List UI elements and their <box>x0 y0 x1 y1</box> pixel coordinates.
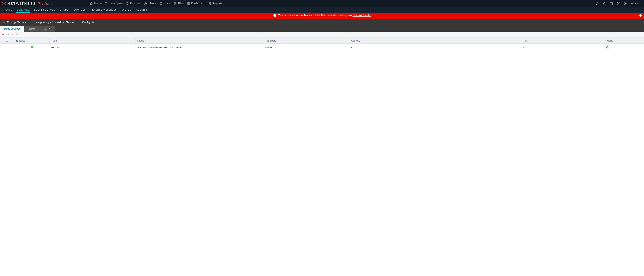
nav-files[interactable]: Files <box>174 2 184 6</box>
svg-rect-22 <box>189 2 190 3</box>
nav-dashboard-label: Dashboard <box>191 2 205 5</box>
svg-rect-21 <box>187 2 188 3</box>
nav-files-label: Files <box>178 2 184 5</box>
svg-rect-40 <box>275 15 275 16</box>
admin-tools-icon[interactable] <box>616 2 620 5</box>
row-checkbox[interactable] <box>6 46 8 48</box>
help-icon[interactable] <box>624 2 627 5</box>
subnav-services[interactable]: SERVICES <box>14 7 32 13</box>
brand-logo: NETWITNESS Platform <box>2 2 53 6</box>
subnav-health[interactable]: HEALTH & WELLNESS <box>88 7 119 13</box>
reports-icon <box>208 2 211 5</box>
data-sources-table: Enabled Type Name Transport Address Port… <box>0 38 644 51</box>
page-selector[interactable]: Config <box>82 21 94 24</box>
nav-users[interactable]: Users <box>144 2 156 6</box>
nav-home[interactable]: Home <box>90 2 102 6</box>
add-button[interactable] <box>2 33 4 36</box>
page-selector-label: Config <box>82 21 90 24</box>
minus-icon <box>11 33 14 36</box>
svg-rect-24 <box>187 4 188 5</box>
license-details-link[interactable]: License Details <box>352 14 371 17</box>
svg-point-36 <box>619 2 619 3</box>
svg-point-52 <box>4 23 5 23</box>
svg-point-59 <box>606 47 607 48</box>
select-all-checkbox[interactable] <box>6 39 8 42</box>
nav-reports[interactable]: Reports <box>208 2 222 6</box>
col-address[interactable]: Address <box>349 38 521 44</box>
chevron-circle-down-icon <box>7 34 9 36</box>
home-icon <box>90 2 93 5</box>
svg-point-8 <box>5 4 5 5</box>
notifications-icon[interactable] <box>602 2 606 5</box>
svg-rect-31 <box>610 3 613 5</box>
nav-dashboard[interactable]: Dashboard <box>187 2 205 6</box>
svg-rect-23 <box>189 3 190 5</box>
hosts-icon <box>159 2 162 5</box>
nav-investigate[interactable]: Investigate <box>105 2 122 6</box>
subnav-system[interactable]: SYSTEM <box>119 7 134 13</box>
cell-transport: AMQP <box>263 44 349 51</box>
svg-text:?: ? <box>640 14 641 16</box>
edit-button[interactable] <box>16 33 19 36</box>
col-enabled[interactable]: Enabled <box>14 38 50 44</box>
admin-subnav: HOSTS SERVICES EVENT SOURCES ENDPOINT SO… <box>0 7 644 13</box>
add-dropdown[interactable] <box>7 34 9 36</box>
chevron-down-icon <box>639 3 641 5</box>
col-type[interactable]: Type <box>50 38 136 44</box>
svg-point-5 <box>2 2 3 3</box>
alert-icon <box>273 14 276 17</box>
primary-nav: Home Investigate Respond Users Hosts Fil… <box>90 2 222 6</box>
nav-hosts[interactable]: Hosts <box>159 2 171 6</box>
col-transport[interactable]: Transport <box>263 38 349 44</box>
cell-type: Respond <box>50 44 136 51</box>
alert-help-icon[interactable]: ? <box>639 14 642 17</box>
svg-point-11 <box>145 3 146 4</box>
breadcrumb-separator: | <box>32 21 32 24</box>
jobs-icon[interactable] <box>595 2 599 5</box>
service-tree-icon <box>2 21 5 24</box>
investigate-icon <box>105 2 108 5</box>
select-all-header[interactable] <box>0 38 14 44</box>
svg-point-44 <box>4 21 4 22</box>
subnav-hosts[interactable]: HOSTS <box>1 7 14 13</box>
calendar-icon[interactable] <box>610 2 613 5</box>
svg-point-7 <box>2 4 3 5</box>
brand-name: NETWITNESS <box>8 2 36 6</box>
row-actions-button[interactable] <box>604 45 609 49</box>
grid-toolbar <box>0 32 644 38</box>
tab-data-sources[interactable]: Data Sources <box>0 26 24 32</box>
top-bar: NETWITNESS Platform Home Investigate Res… <box>0 0 644 7</box>
files-icon <box>174 2 177 5</box>
subnav-security[interactable]: SECURITY <box>134 7 151 13</box>
change-service-button[interactable]: Change Service <box>1 21 28 24</box>
breadcrumb-separator: | <box>78 21 78 24</box>
col-port[interactable]: Port <box>521 38 603 44</box>
cell-port: - <box>521 44 603 51</box>
license-alert: One or more licenses have expired. For m… <box>0 13 644 19</box>
svg-point-16 <box>160 4 160 4</box>
svg-point-53 <box>92 22 94 23</box>
header-right: admin <box>595 2 643 5</box>
remove-button[interactable] <box>11 33 14 36</box>
enabled-status-dot <box>31 46 33 48</box>
users-icon <box>144 2 148 5</box>
nav-home-label: Home <box>94 2 102 5</box>
table-row[interactable]: Respond Stardust-AdminServer - Respond S… <box>0 44 644 51</box>
gear-icon <box>606 46 608 49</box>
user-name: admin <box>630 2 638 5</box>
svg-point-15 <box>160 3 160 3</box>
svg-point-50 <box>3 23 3 23</box>
user-menu[interactable]: admin <box>630 2 641 5</box>
plus-icon <box>2 33 4 36</box>
col-name[interactable]: Name <box>136 38 263 44</box>
tab-stix[interactable]: STIX <box>40 26 55 32</box>
tab-lists[interactable]: Lists <box>24 26 40 32</box>
nav-hosts-label: Hosts <box>164 2 171 5</box>
subnav-event-sources[interactable]: EVENT SOURCES <box>32 7 58 13</box>
cell-address: - <box>349 44 521 51</box>
nav-users-label: Users <box>149 2 156 5</box>
col-actions: Actions <box>603 38 644 44</box>
nav-respond[interactable]: Respond <box>126 2 141 6</box>
nav-investigate-label: Investigate <box>109 2 122 5</box>
subnav-endpoint-sources[interactable]: ENDPOINT SOURCES <box>58 7 88 13</box>
